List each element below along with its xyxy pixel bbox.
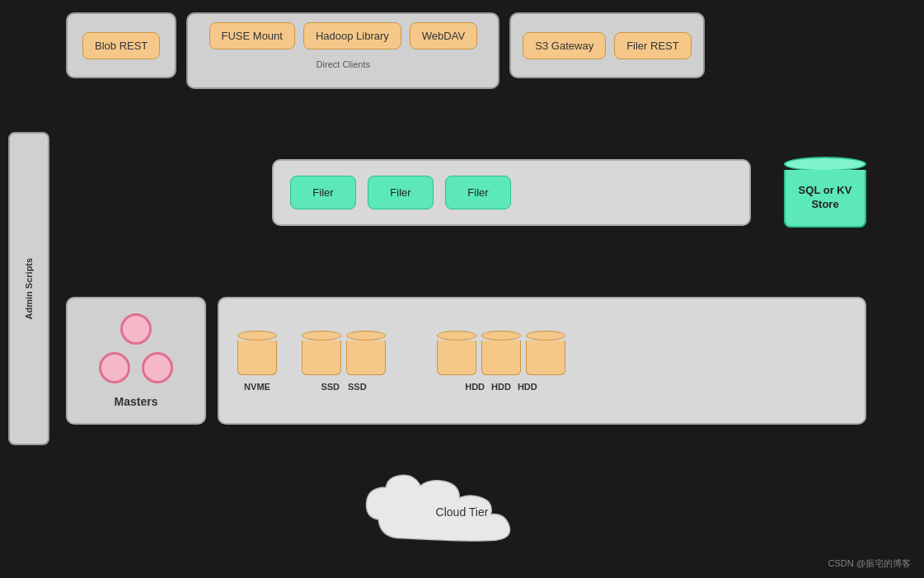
hdd-disks — [437, 331, 565, 375]
nvme-disks — [237, 331, 277, 375]
watermark: CSDN @振宅的博客 — [828, 557, 911, 570]
hdd3-top — [526, 331, 565, 341]
hdd3-label: HDD — [518, 382, 537, 392]
fuse-mount-item: FUSE Mount — [209, 22, 295, 49]
filer-section: Filer Filer Filer SQL or KV Store — [272, 157, 866, 228]
cloud-section: Cloud Tier — [247, 471, 677, 553]
hdd2-label: HDD — [491, 382, 511, 392]
hdd3-body — [526, 341, 565, 375]
masters-label: Masters — [115, 395, 158, 408]
master-circle-3 — [142, 352, 173, 383]
ssd1-label: SSD — [321, 382, 340, 392]
ssd-disk-2 — [346, 331, 386, 375]
blob-rest-box: Blob REST — [66, 12, 176, 78]
filer-3: Filer — [445, 176, 511, 209]
sql-kv-container: SQL or KV Store — [784, 157, 866, 228]
cylinder-body: SQL or KV Store — [784, 170, 866, 228]
direct-clients-box: FUSE Mount Hadoop Library WebDAV Direct … — [186, 12, 500, 89]
ssd2-body — [346, 341, 386, 375]
hdd-disk-2 — [481, 331, 521, 375]
hdd-disk-1 — [437, 331, 476, 375]
nvme-disk-body — [237, 341, 277, 375]
ssd1-top — [302, 331, 341, 341]
cloud-svg — [347, 471, 578, 553]
admin-scripts-label: Admin Scripts — [23, 258, 35, 320]
nvme-group: NVME — [237, 331, 277, 392]
direct-clients-label: Direct Clients — [317, 59, 370, 69]
storage-box: NVME SSD SSD — [218, 297, 866, 425]
filer-group-box: Filer Filer Filer — [272, 159, 751, 226]
ssd1-body — [302, 341, 341, 375]
masters-circles — [99, 313, 173, 383]
storage-divider — [410, 328, 412, 394]
ssd2-label: SSD — [348, 382, 367, 392]
hadoop-library-item: Hadoop Library — [303, 22, 401, 49]
ssd-disks — [302, 331, 386, 375]
lower-section: Masters NVME — [66, 297, 866, 425]
masters-box: Masters — [66, 297, 206, 425]
master-circle-1 — [120, 313, 152, 345]
s3-gateway-item: S3 Gateway — [523, 32, 606, 59]
admin-scripts-panel: Admin Scripts — [8, 132, 49, 445]
diagram-container: Admin Scripts Blob REST FUSE Mount Hadoo… — [0, 0, 924, 578]
right-clients-box: S3 Gateway Filer REST — [509, 12, 704, 78]
hdd2-body — [481, 341, 521, 375]
master-circle-2 — [99, 352, 130, 383]
hdd1-label: HDD — [465, 382, 485, 392]
ssd-group: SSD SSD — [302, 331, 386, 392]
filer-1: Filer — [290, 176, 356, 209]
ssd2-top — [346, 331, 386, 341]
top-clients-area: Blob REST FUSE Mount Hadoop Library WebD… — [66, 12, 866, 89]
filer-2: Filer — [368, 176, 434, 209]
nvme-disk — [237, 331, 277, 375]
sql-kv-cylinder: SQL or KV Store — [784, 157, 866, 228]
webdav-item: WebDAV — [410, 22, 477, 49]
hdd1-body — [437, 341, 476, 375]
nvme-label: NVME — [244, 382, 270, 392]
blob-rest-item: Blob REST — [82, 32, 160, 59]
filer-rest-item: Filer REST — [614, 32, 692, 59]
ssd-disk-1 — [302, 331, 341, 375]
hdd-disk-3 — [526, 331, 565, 375]
hdd-group: HDD HDD HDD — [437, 331, 565, 392]
nvme-disk-top — [237, 331, 277, 341]
cloud-shape: Cloud Tier — [347, 471, 578, 553]
direct-clients-row: FUSE Mount Hadoop Library WebDAV — [209, 22, 478, 49]
hdd1-top — [437, 331, 476, 341]
hdd2-top — [481, 331, 521, 341]
